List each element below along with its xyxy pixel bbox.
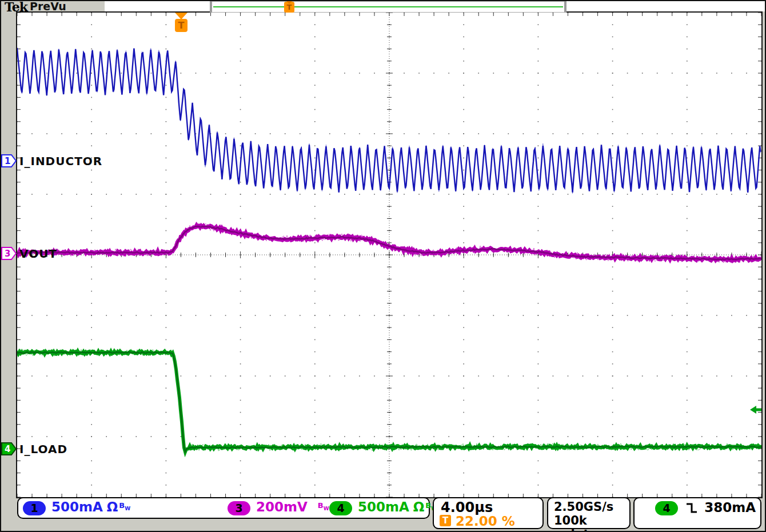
logo-area: Tek PreVu bbox=[1, 1, 105, 11]
trigger-source-badge: 4 bbox=[655, 501, 678, 515]
ch4-reference-marker[interactable]: 4 bbox=[1, 441, 17, 457]
trace-label-ch4: I_LOAD bbox=[19, 442, 67, 455]
trigger-level-arrow-icon[interactable] bbox=[750, 405, 761, 414]
ch1-scale-readout[interactable]: 500mAΩBW bbox=[51, 499, 130, 514]
acquisition-settings-box[interactable]: 2.50GS/s 100k points bbox=[547, 497, 631, 529]
record-view-bar: T bbox=[210, 1, 566, 13]
ch4-scale-readout[interactable]: 500mAΩBW bbox=[358, 499, 437, 514]
trace-label-ch3: VOUT bbox=[19, 247, 57, 259]
ch3-reference-marker[interactable]: 3 bbox=[1, 246, 17, 261]
waveform-display: I_INDUCTOR VOUT I_LOAD T bbox=[16, 11, 763, 498]
tek-logo: Tek bbox=[5, 0, 27, 14]
sample-rate-readout: 2.50GS/s bbox=[554, 500, 613, 514]
svg-text:3: 3 bbox=[5, 249, 10, 259]
record-waveform-line bbox=[213, 6, 563, 7]
svg-text:1: 1 bbox=[5, 156, 10, 166]
ch3-badge[interactable]: 3 bbox=[228, 501, 250, 515]
ch1-reference-marker[interactable]: 1 bbox=[1, 153, 17, 169]
trace-ch1-i-inductor bbox=[17, 48, 761, 194]
ch3-scale-readout[interactable]: 200mVBW bbox=[256, 499, 329, 514]
trigger-settings-box[interactable]: 4 380mA bbox=[633, 497, 761, 529]
svg-text:4: 4 bbox=[5, 444, 10, 454]
horizontal-settings-box[interactable]: 4.00µs T 22.00 % bbox=[433, 497, 544, 529]
ch3-scale-text: 200mV bbox=[256, 499, 308, 514]
ch1-badge[interactable]: 1 bbox=[23, 501, 46, 515]
record-trigger-t-label: T bbox=[287, 3, 292, 11]
trigger-position-readout: 22.00 % bbox=[456, 514, 515, 529]
falling-edge-icon bbox=[685, 501, 700, 515]
channel-readouts-box: 1 500mAΩBW 3 200mVBW 4 500mAΩBW bbox=[17, 497, 430, 519]
ch4-badge[interactable]: 4 bbox=[329, 501, 352, 515]
timebase-readout: 4.00µs bbox=[441, 499, 493, 515]
ch1-scale-text: 500mA bbox=[51, 499, 103, 514]
trigger-position-badge-icon: T bbox=[440, 515, 451, 526]
record-length-readout: 100k points bbox=[554, 514, 629, 532]
oscilloscope-screen: { "header": { "logo": "Tek", "mode": "Pr… bbox=[0, 0, 766, 532]
ch1-impedance-symbol: Ω bbox=[107, 499, 118, 514]
trigger-position-marker[interactable]: T bbox=[175, 13, 187, 33]
record-trigger-position-marker[interactable]: T bbox=[284, 2, 294, 13]
trigger-position-t-label: T bbox=[175, 19, 187, 32]
trigger-level-readout: 380mA bbox=[704, 500, 756, 515]
scope-graticule-and-traces bbox=[17, 13, 761, 497]
ch4-impedance-symbol: Ω bbox=[413, 499, 425, 514]
record-trigger-arrow-icon bbox=[286, 1, 293, 4]
ch3-bandwidth-icon: BW bbox=[318, 501, 329, 510]
ch1-bandwidth-icon: BW bbox=[119, 501, 130, 510]
trace-label-ch1: I_INDUCTOR bbox=[19, 154, 102, 167]
acquisition-mode-label: PreVu bbox=[30, 0, 66, 13]
ch4-scale-text: 500mA bbox=[358, 499, 409, 514]
